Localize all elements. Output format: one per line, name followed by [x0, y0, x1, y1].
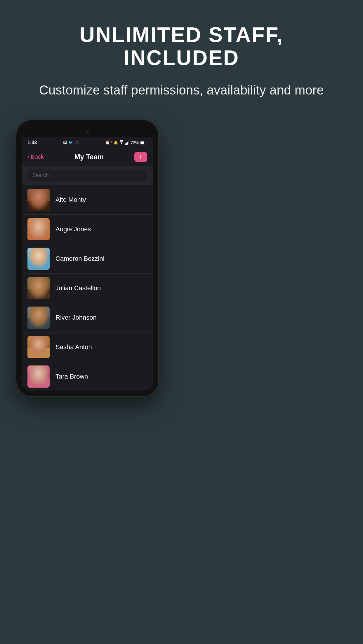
avatar: [27, 365, 50, 388]
phone-mockup: 1:33 🖼 🐦 🎵 ⏰ * 🔔: [16, 120, 159, 397]
chevron-left-icon: ‹: [27, 153, 29, 161]
mute-icon: 🔔: [114, 141, 118, 145]
avatar: [27, 218, 50, 240]
avatar: [27, 336, 50, 358]
wifi-icon: [119, 140, 124, 145]
member-name: Tara Brown: [55, 373, 88, 380]
avatar: [27, 307, 50, 329]
search-input[interactable]: Search: [27, 169, 147, 181]
phone-notch: [22, 125, 153, 137]
page-background: UNLIMITED STAFF, INCLUDED Customize staf…: [16, 0, 347, 397]
avatar: [27, 277, 50, 299]
add-button[interactable]: +: [134, 152, 147, 162]
gallery-icon: 🖼: [63, 140, 67, 145]
member-name: Cameron Bozzini: [55, 255, 105, 262]
search-bar: Search: [22, 166, 153, 185]
member-name: Alto Monty: [55, 196, 86, 204]
team-list-item[interactable]: Julian Castellon: [22, 274, 153, 303]
page-header: UNLIMITED STAFF, INCLUDED Customize staf…: [16, 0, 347, 114]
nav-bar: ‹ Back My Team +: [22, 148, 153, 166]
svg-point-0: [121, 143, 122, 144]
team-list-item[interactable]: Alto Monty: [22, 185, 153, 215]
team-list-item[interactable]: Sasha Anton: [22, 332, 153, 362]
phone-shell: 1:33 🖼 🐦 🎵 ⏰ * 🔔: [16, 120, 159, 397]
twitter-icon: 🐦: [68, 140, 73, 145]
battery-percentage: 72%: [131, 140, 139, 145]
plus-icon: +: [138, 152, 143, 161]
status-right: ⏰ * 🔔: [105, 140, 147, 145]
member-name: River Johnson: [55, 314, 97, 321]
signal-bars-icon: [125, 141, 129, 145]
nav-title: My Team: [74, 153, 104, 161]
status-time: 1:33: [27, 140, 37, 145]
status-icons-left: 🖼 🐦 🎵: [63, 140, 79, 145]
back-button[interactable]: ‹ Back: [27, 153, 44, 161]
back-label[interactable]: Back: [31, 153, 44, 160]
member-name: Augie Jones: [55, 225, 91, 233]
status-bar: 1:33 🖼 🐦 🎵 ⏰ * 🔔: [22, 137, 153, 148]
team-list-item[interactable]: Augie Jones: [22, 215, 153, 244]
team-list-item[interactable]: Tara Brown: [22, 362, 153, 391]
team-list-item[interactable]: Cameron Bozzini: [22, 244, 153, 274]
subtitle: Customize staff permissions, availabilit…: [39, 81, 324, 99]
bluetooth-icon: *: [111, 140, 112, 145]
alarm-icon: ⏰: [105, 140, 110, 145]
phone-screen: 1:33 🖼 🐦 🎵 ⏰ * 🔔: [22, 137, 153, 391]
avatar: [27, 189, 50, 211]
camera-dot: [86, 130, 89, 133]
main-title: UNLIMITED STAFF, INCLUDED: [39, 23, 324, 69]
member-name: Sasha Anton: [55, 343, 92, 351]
team-list: Alto MontyAugie JonesCameron BozziniJuli…: [22, 185, 153, 391]
member-name: Julian Castellon: [55, 284, 101, 292]
battery-icon: [140, 141, 147, 144]
team-list-item[interactable]: River Johnson: [22, 303, 153, 332]
avatar: [27, 248, 50, 270]
music-icon: 🎵: [74, 140, 79, 145]
